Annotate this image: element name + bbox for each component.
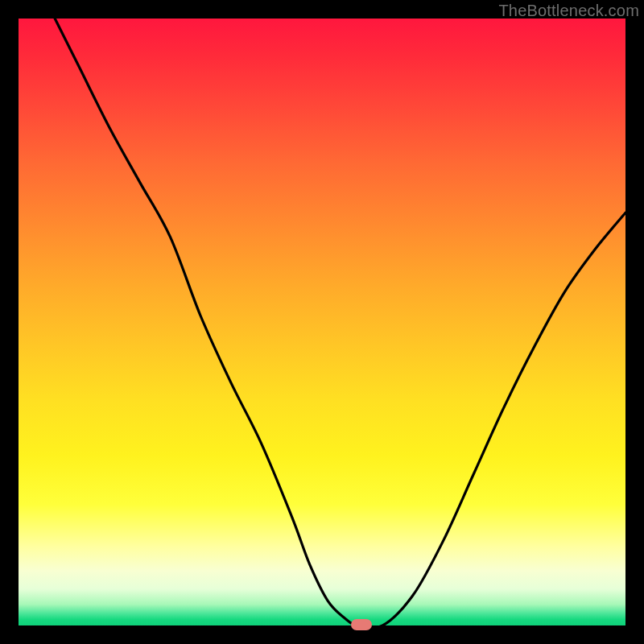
- plot-area: [19, 19, 625, 625]
- watermark-text: TheBottleneck.com: [498, 2, 639, 20]
- optimum-marker: [351, 619, 372, 630]
- bottleneck-curve: [19, 19, 625, 625]
- chart-frame: TheBottleneck.com: [0, 0, 644, 644]
